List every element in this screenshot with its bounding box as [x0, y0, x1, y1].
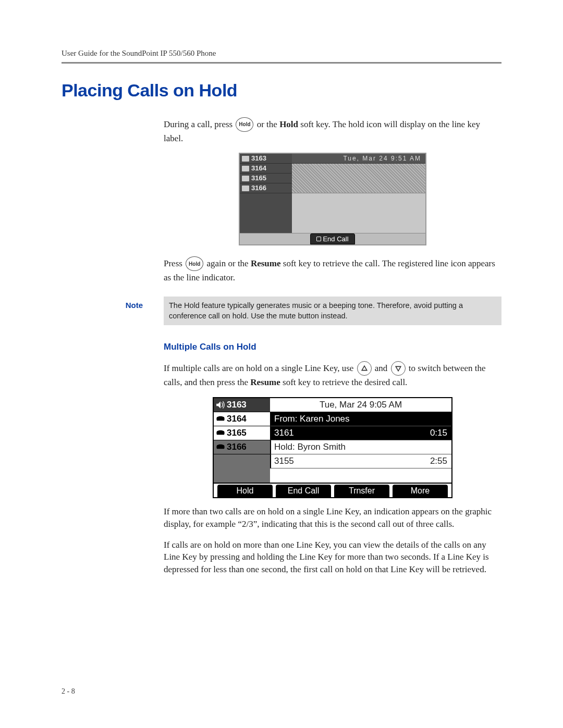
p2-line-1: 3163 — [214, 398, 270, 412]
line-icon — [242, 186, 249, 191]
p2-call1-time: 0:15 — [430, 427, 447, 439]
p2-call2-time: 2:55 — [430, 455, 447, 467]
p1-b: or the — [257, 119, 279, 129]
p2-resume: Resume — [251, 258, 281, 268]
phone-screenshot-1: 3163 3164 3165 3166 Tue, Mar 24 9:51 AM … — [239, 153, 426, 245]
phone-screenshot-2: 3163 3164 3165 3166 — [213, 397, 452, 498]
running-head: User Guide for the SoundPoint IP 550/560… — [62, 48, 501, 59]
header-rule — [62, 62, 501, 64]
p3-d: soft key to retrieve the desired call. — [283, 377, 407, 387]
p2-sk-hold: Hold — [217, 485, 273, 497]
p2-row-hold: Hold: Byron Smith — [270, 440, 451, 454]
p1-softkey-row: End Call — [240, 233, 425, 244]
p2-sk-endcall: End Call — [276, 485, 331, 497]
p1-line-1: 3163 — [240, 154, 292, 164]
p1-line-3-label: 3165 — [251, 174, 266, 183]
p2-line-2: 3164 — [214, 412, 270, 426]
p2-from-label: From: Karen Jones — [274, 413, 350, 425]
p3-b: and — [375, 363, 390, 373]
paragraph-5: If calls are on hold on more than one Li… — [164, 539, 501, 576]
line-icon — [242, 156, 249, 162]
paragraph-3: If multiple calls are on hold on a singl… — [164, 362, 501, 389]
p3-resume: Resume — [250, 377, 280, 387]
p1-line-3: 3165 — [240, 174, 292, 183]
note-block: Note The Hold feature typically generate… — [62, 297, 501, 325]
endcall-icon — [316, 237, 321, 241]
p1-endcall-label: End Call — [323, 235, 348, 244]
p3-a: If multiple calls are on hold on a singl… — [164, 363, 356, 373]
p1-body-area — [292, 164, 425, 193]
p2-sk-more: More — [393, 485, 448, 497]
speaker-icon — [216, 401, 225, 409]
note-body: The Hold feature typically generates mus… — [164, 297, 501, 325]
p1-a: During a call, press — [164, 119, 235, 129]
hold-key-icon: Hold — [236, 117, 253, 132]
subsection-title: Multiple Calls on Hold — [164, 341, 501, 353]
p1-main: Tue, Mar 24 9:51 AM — [292, 154, 425, 233]
p2-line-column: 3163 3164 3165 3166 — [214, 398, 270, 483]
p2-main: Tue, Mar 24 9:05 AM From: Karen Jones 31… — [270, 398, 451, 483]
p2-row-call1: 31610:15 — [270, 426, 451, 440]
paragraph-4: If more than two calls are on hold on a … — [164, 505, 501, 530]
p1-line-4: 3166 — [240, 183, 292, 193]
phone-icon — [216, 443, 225, 451]
p2-call1-num: 3161 — [274, 427, 294, 439]
p2-title-bar: Tue, Mar 24 9:05 AM — [270, 398, 451, 412]
p2-line-1-label: 3163 — [227, 399, 247, 411]
p2-sk-transfer: Trnsfer — [334, 485, 389, 497]
line-icon — [242, 166, 249, 171]
section-title: Placing Calls on Hold — [62, 78, 501, 103]
p1-line-2: 3164 — [240, 164, 292, 174]
p2-call2-num: 3155 — [274, 455, 294, 467]
p2-line-4: 3166 — [214, 440, 270, 454]
p2-line-4-label: 3166 — [227, 441, 247, 453]
phone-icon — [216, 429, 225, 437]
p2-row-from: From: Karen Jones — [270, 412, 451, 426]
down-arrow-key-icon — [391, 361, 406, 376]
p1-titlebar: Tue, Mar 24 9:51 AM — [292, 154, 425, 164]
up-arrow-key-icon — [357, 361, 372, 376]
p1-line-1-label: 3163 — [251, 154, 266, 163]
p1-hold: Hold — [279, 119, 298, 129]
paragraph-1: During a call, press Hold or the Hold so… — [164, 118, 501, 145]
note-label: Note — [62, 297, 164, 311]
p1-line-4-label: 3166 — [251, 183, 266, 193]
p2-a: Press — [164, 258, 185, 268]
page-number: 2 - 8 — [62, 686, 75, 697]
p2-softkey-row: Hold End Call Trnsfer More — [214, 483, 451, 497]
p2-row-call2: 31552:55 — [270, 454, 451, 468]
p2-b: again or the — [206, 258, 251, 268]
paragraph-2: Press Hold again or the Resume soft key … — [164, 257, 501, 284]
p2-hold-label: Hold: Byron Smith — [274, 441, 346, 453]
p2-line-3: 3165 — [214, 426, 270, 440]
p1-line-2-label: 3164 — [251, 164, 266, 173]
line-icon — [242, 176, 249, 181]
phone-icon — [216, 415, 225, 423]
p2-line-2-label: 3164 — [227, 413, 247, 425]
p1-endcall-softkey: End Call — [310, 233, 355, 244]
p1-line-column: 3163 3164 3165 3166 — [240, 154, 292, 233]
hold-key-icon: Hold — [186, 256, 203, 271]
p2-line-3-label: 3165 — [227, 427, 247, 439]
